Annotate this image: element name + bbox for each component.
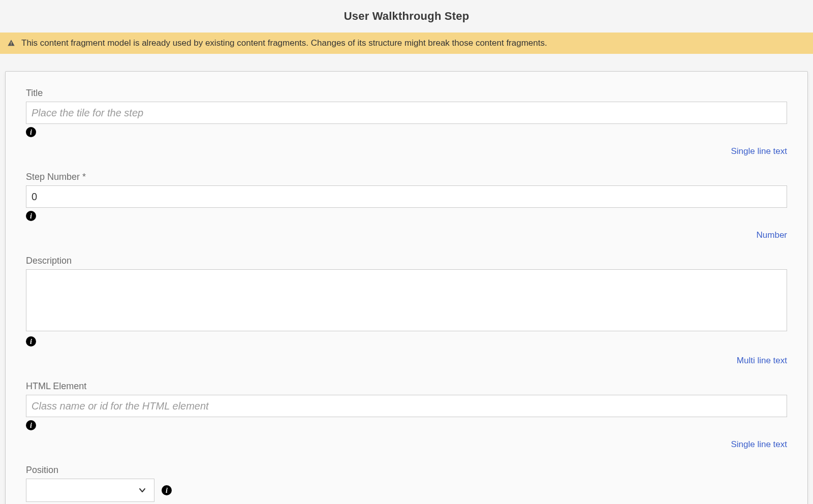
field-html-element-block: HTML Element i Single line text <box>26 381 787 450</box>
svg-text:i: i <box>166 487 168 494</box>
field-description-input[interactable] <box>26 269 787 331</box>
field-title-type-hint: Single line text <box>731 146 787 156</box>
info-icon[interactable]: i <box>26 127 36 137</box>
field-description-label: Description <box>26 256 787 266</box>
svg-text:i: i <box>30 338 32 345</box>
field-html-element-type-hint: Single line text <box>731 439 787 450</box>
page-header: User Walkthrough Step <box>0 0 813 33</box>
svg-text:i: i <box>30 129 32 136</box>
svg-rect-0 <box>11 42 11 44</box>
chevron-down-icon <box>139 487 146 494</box>
field-description-block: Description i Multi line text <box>26 256 787 366</box>
info-icon[interactable]: i <box>26 336 36 346</box>
warning-message: This content fragment model is already u… <box>21 38 547 48</box>
field-step-number-block: Step Number * i Number <box>26 172 787 240</box>
field-position-label: Position <box>26 465 787 476</box>
svg-rect-1 <box>11 44 11 45</box>
page-title: User Walkthrough Step <box>344 10 470 23</box>
svg-text:i: i <box>30 422 32 429</box>
field-description-type-hint: Multi line text <box>737 356 787 366</box>
field-html-element-input[interactable] <box>26 395 787 417</box>
field-title-input[interactable] <box>26 102 787 124</box>
info-icon[interactable]: i <box>26 420 36 430</box>
field-position-select[interactable] <box>26 479 154 502</box>
svg-text:i: i <box>30 212 32 220</box>
warning-icon <box>7 39 15 47</box>
field-position-block: Position i Enu <box>26 465 787 504</box>
field-step-number-label: Step Number * <box>26 172 787 182</box>
field-step-number-type-hint: Number <box>757 230 787 240</box>
warning-banner: This content fragment model is already u… <box>0 33 813 54</box>
info-icon[interactable]: i <box>162 485 172 495</box>
field-html-element-label: HTML Element <box>26 381 787 392</box>
editor-panel: Title i Single line text Step Number * <box>5 71 808 504</box>
field-title-label: Title <box>26 88 787 99</box>
info-icon[interactable]: i <box>26 211 36 221</box>
field-title-block: Title i Single line text <box>26 88 787 156</box>
field-step-number-input[interactable] <box>26 185 787 208</box>
